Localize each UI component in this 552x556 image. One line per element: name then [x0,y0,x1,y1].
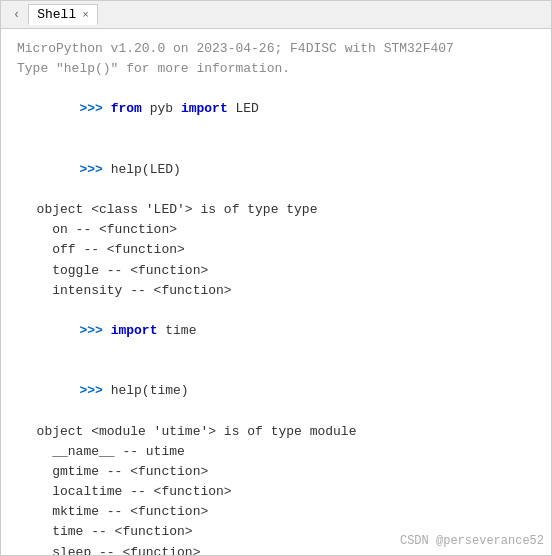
keyword-from: from [111,101,142,116]
cmd-help-led: >>> help(LED) [17,140,535,200]
terminal-output[interactable]: MicroPython v1.20.0 on 2023-04-26; F4DIS… [1,29,551,555]
cmd-from-pyb-import-led: >>> from pyb import LED [17,79,535,139]
output-led-toggle: toggle -- <function> [17,261,535,281]
tab-label: Shell [37,7,76,22]
output-time-gmtime: gmtime -- <function> [17,462,535,482]
keyword-import-2: import [111,323,158,338]
output-time-module: object <module 'utime'> is of type modul… [17,422,535,442]
output-led-class: object <class 'LED'> is of type type [17,200,535,220]
back-button[interactable]: ‹ [9,6,24,24]
output-time-name: __name__ -- utime [17,442,535,462]
shell-tab[interactable]: Shell × [28,4,98,25]
tab-close-button[interactable]: × [82,9,89,21]
main-window: ‹ Shell × MicroPython v1.20.0 on 2023-04… [0,0,552,556]
prompt-3: >>> [79,323,110,338]
cmd-import-time: >>> import time [17,301,535,361]
output-led-off: off -- <function> [17,240,535,260]
title-bar: ‹ Shell × [1,1,551,29]
output-time-mktime: mktime -- <function> [17,502,535,522]
watermark: CSDN @perseverance52 [400,534,544,548]
output-led-intensity: intensity -- <function> [17,281,535,301]
keyword-import: import [181,101,228,116]
help-hint-line: Type "help()" for more information. [17,59,535,79]
output-time-localtime: localtime -- <function> [17,482,535,502]
prompt-1: >>> [79,101,110,116]
micropython-version-line: MicroPython v1.20.0 on 2023-04-26; F4DIS… [17,39,535,59]
output-led-on: on -- <function> [17,220,535,240]
prompt-4: >>> [79,383,110,398]
cmd-help-time: >>> help(time) [17,361,535,421]
prompt-2: >>> [79,162,110,177]
